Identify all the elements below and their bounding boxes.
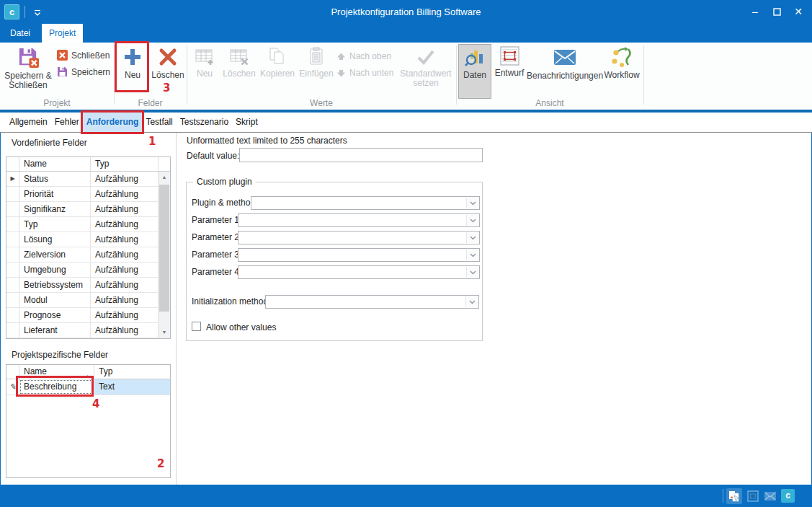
cell-name[interactable]: Status xyxy=(19,172,91,186)
cell-name[interactable]: Signifikanz xyxy=(19,202,91,216)
scrollbar[interactable]: ▲ ▼ xyxy=(158,172,170,338)
cell-name[interactable]: Typ xyxy=(19,217,91,232)
table-row[interactable]: UmgebungAufzählung xyxy=(6,263,170,278)
notifications-view-button[interactable]: Benachrichtigungen xyxy=(527,45,603,97)
tab-testszenario[interactable]: Testszenario xyxy=(177,113,232,132)
cell-name[interactable]: Priorität xyxy=(19,187,91,201)
table-row[interactable]: PrioritätAufzählung xyxy=(6,187,170,202)
cell-typ[interactable]: Aufzählung xyxy=(91,247,159,262)
chevron-down-icon[interactable] xyxy=(466,198,478,208)
table-row[interactable]: TypAufzählung xyxy=(6,217,170,232)
plugin-method-label: Plugin & method xyxy=(192,198,255,208)
close-project-button[interactable]: Schließen xyxy=(57,49,110,62)
data-view-icon xyxy=(459,46,491,70)
default-value-input[interactable] xyxy=(239,148,483,162)
save-and-close-button[interactable]: Speichern & Schließen xyxy=(4,45,52,97)
column-header-typ[interactable]: Typ xyxy=(91,157,159,171)
cell-name[interactable]: Betriebssystem xyxy=(19,278,91,292)
ribbon-tab-datei[interactable]: Datei xyxy=(3,24,37,43)
panel-splitter[interactable] xyxy=(176,133,177,485)
workflow-view-button[interactable]: Workflow xyxy=(604,45,640,97)
cell-typ[interactable]: Aufzählung xyxy=(91,263,159,277)
ribbon-tab-projekt[interactable]: Projekt xyxy=(42,24,83,43)
cell-name[interactable]: Lieferant xyxy=(19,323,91,338)
parameter2-label: Parameter 2 xyxy=(192,232,239,242)
app-window: c Projektkonfiguration Billing Software … xyxy=(0,0,812,507)
allow-other-values-checkbox[interactable] xyxy=(192,322,201,331)
maximize-button[interactable] xyxy=(766,0,788,24)
table-row[interactable]: ▶StatusAufzählung xyxy=(6,172,170,187)
data-view-button[interactable]: Daten xyxy=(458,44,491,99)
table-row[interactable]: ZielversionAufzählung xyxy=(6,247,170,263)
title-bar: c Projektkonfiguration Billing Software … xyxy=(0,0,812,24)
scroll-up-button[interactable]: ▲ xyxy=(159,172,170,183)
table-row[interactable]: SignifikanzAufzählung xyxy=(6,202,170,217)
cell-typ[interactable]: Aufzählung xyxy=(91,217,159,232)
cell-name[interactable]: Umgebung xyxy=(19,263,91,277)
table-row[interactable]: LieferantAufzählung xyxy=(6,323,170,338)
fields-icon[interactable] xyxy=(726,488,742,504)
table-row[interactable]: ModulAufzählung xyxy=(6,293,170,308)
cell-typ[interactable]: Aufzählung xyxy=(91,187,159,201)
table-add-icon xyxy=(189,46,220,69)
row-selector xyxy=(6,187,19,201)
parameter1-dropdown[interactable] xyxy=(238,213,480,227)
cell-typ[interactable]: Text xyxy=(94,379,170,394)
cell-name[interactable]: Zielversion xyxy=(19,247,91,262)
cell-typ[interactable]: Aufzählung xyxy=(91,293,159,307)
row-selector xyxy=(6,263,19,277)
design-view-button[interactable]: Entwurf xyxy=(493,45,526,97)
chevron-down-icon[interactable] xyxy=(466,232,478,243)
cell-name-editing[interactable]: Beschreibung xyxy=(19,379,94,394)
tab-allgemein[interactable]: Allgemein xyxy=(6,113,51,132)
cell-typ[interactable]: Aufzählung xyxy=(91,202,159,216)
close-button[interactable]: ✕ xyxy=(788,0,809,24)
cell-name[interactable]: Prognose xyxy=(19,308,91,322)
minimize-button[interactable]: – xyxy=(744,0,766,24)
chevron-down-icon[interactable] xyxy=(466,267,478,278)
column-header-name[interactable]: Name xyxy=(19,157,91,171)
parameter4-label: Parameter 4 xyxy=(192,267,239,277)
tab-testfall[interactable]: Testfall xyxy=(142,113,176,132)
tab-skript[interactable]: Skript xyxy=(232,113,262,132)
cell-typ[interactable]: Aufzählung xyxy=(91,232,159,247)
cell-typ[interactable]: Aufzählung xyxy=(91,278,159,292)
parameter1-label: Parameter 1 xyxy=(192,215,239,225)
table-row[interactable]: BetriebssystemAufzählung xyxy=(6,278,170,293)
cell-typ[interactable]: Aufzählung xyxy=(91,308,159,322)
new-field-button[interactable]: Neu xyxy=(117,45,148,97)
tab-anforderung[interactable]: Anforderung xyxy=(83,113,143,132)
mail-status-icon[interactable] xyxy=(762,488,778,504)
parameter3-dropdown[interactable] xyxy=(238,248,480,262)
scroll-down-button[interactable]: ▼ xyxy=(159,327,170,338)
cell-name[interactable]: Lösung xyxy=(19,232,91,247)
scrollbar-thumb[interactable] xyxy=(159,185,169,312)
column-header-name[interactable]: Name▲ xyxy=(19,365,94,379)
statusbar-separator xyxy=(723,489,723,503)
table-row[interactable]: LösungAufzählung xyxy=(6,232,170,247)
close-x-icon xyxy=(57,50,68,61)
tab-fehler[interactable]: Fehler xyxy=(51,113,83,132)
design-view-status-icon[interactable] xyxy=(745,488,761,504)
group-separator xyxy=(643,45,644,105)
cell-name[interactable]: Modul xyxy=(19,293,91,307)
cell-typ[interactable]: Aufzählung xyxy=(91,323,159,338)
table-row[interactable]: ✎ Beschreibung Text xyxy=(6,379,170,395)
save-button[interactable]: Speichern xyxy=(57,66,110,79)
app-logo-icon[interactable]: c xyxy=(781,489,795,503)
chevron-down-icon[interactable] xyxy=(465,296,478,307)
chevron-down-icon[interactable] xyxy=(466,215,478,226)
cell-typ[interactable]: Aufzählung xyxy=(91,172,159,186)
plugin-method-dropdown[interactable] xyxy=(251,196,480,210)
custom-plugin-groupbox: Custom plugin Plugin & method Parameter … xyxy=(186,182,483,341)
chevron-down-icon[interactable] xyxy=(466,250,478,260)
parameter4-dropdown[interactable] xyxy=(238,265,480,279)
header-filler-cell xyxy=(159,157,170,171)
initialization-method-dropdown[interactable] xyxy=(265,295,479,309)
move-down-button: Nach unten xyxy=(336,66,393,79)
parameter2-dropdown[interactable] xyxy=(238,231,480,244)
plus-icon xyxy=(117,46,148,70)
header-selector-cell xyxy=(6,157,19,171)
table-row[interactable]: PrognoseAufzählung xyxy=(6,308,170,323)
column-header-typ[interactable]: Typ xyxy=(94,365,170,379)
